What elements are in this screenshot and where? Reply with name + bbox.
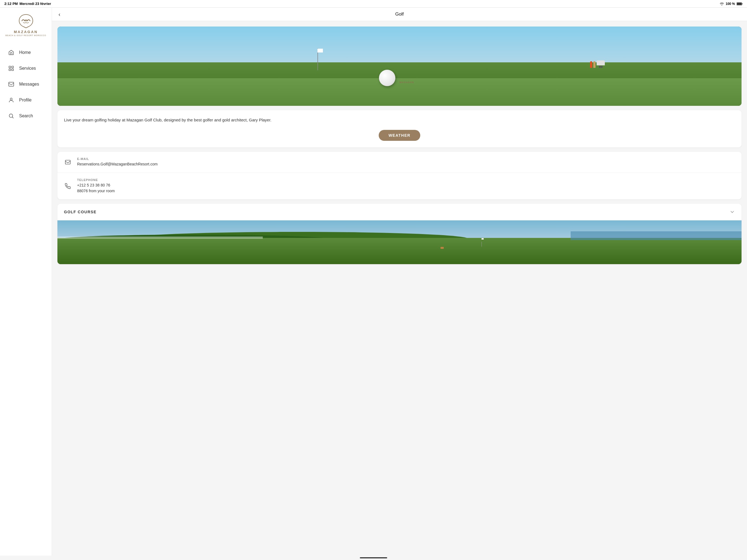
- services-label: Services: [19, 66, 36, 71]
- sidebar-item-home[interactable]: Home: [0, 45, 52, 60]
- svg-rect-1: [737, 3, 742, 5]
- status-time: 2:12 PM: [4, 2, 18, 6]
- svg-rect-2: [9, 66, 11, 68]
- search-icon: [8, 113, 14, 119]
- ball-logo: MAZAGAN: [400, 81, 414, 84]
- contact-card: E-MAIL Reservations.Golf@MazaganBeachRes…: [57, 152, 742, 199]
- sidebar-nav: Home Services: [0, 45, 52, 124]
- svg-rect-4: [9, 69, 11, 71]
- page-title: Golf: [395, 11, 404, 17]
- svg-point-7: [10, 98, 12, 100]
- course-flag: [482, 238, 484, 239]
- wheel-right: [601, 66, 602, 68]
- ocean-strip: [571, 231, 742, 240]
- golf-course-section: GOLF COURSE: [57, 204, 742, 264]
- battery-icon: [737, 2, 743, 5]
- messages-icon: [8, 81, 14, 87]
- logo-name: MAZAGAN: [14, 30, 38, 34]
- email-info: E-MAIL Reservations.Golf@MazaganBeachRes…: [77, 157, 157, 167]
- phone-icon: [64, 182, 72, 190]
- golf-course-header[interactable]: GOLF COURSE: [57, 204, 742, 221]
- content-area: MAZAGAN: [52, 21, 747, 270]
- person1: [590, 61, 592, 68]
- wifi-icon: [720, 2, 724, 5]
- email-value: Reservations.Golf@MazaganBeachResort.com: [77, 161, 157, 167]
- weather-button[interactable]: WEATHER: [379, 130, 420, 141]
- battery-label: 100 %: [726, 2, 735, 6]
- flag: [317, 49, 323, 52]
- weather-btn-container: WEATHER: [64, 130, 735, 141]
- app-container: MAZAGAN BEACH & GOLF RESORT MOROCCO Home: [0, 8, 747, 556]
- sidebar: MAZAGAN BEACH & GOLF RESORT MOROCCO Home: [0, 8, 52, 556]
- course-cart: [440, 247, 444, 249]
- services-icon: [8, 65, 14, 71]
- messages-label: Messages: [19, 82, 39, 87]
- status-date: Mercredi 23 février: [19, 2, 51, 6]
- telephone-value2: 88076 from your room: [77, 188, 115, 194]
- mazagan-logo: [18, 13, 34, 28]
- svg-rect-5: [12, 69, 14, 71]
- svg-rect-6: [9, 82, 14, 86]
- profile-icon: [8, 97, 14, 103]
- home-indicator-bar: [0, 556, 747, 560]
- golf-cart-group: [590, 60, 605, 68]
- person2: [593, 61, 595, 68]
- golf-ball: [379, 70, 395, 86]
- course-landscape: [57, 221, 742, 264]
- course-grass: [57, 238, 742, 264]
- telephone-value1: +212 5 23 38 80 76: [77, 182, 115, 188]
- sidebar-item-messages[interactable]: Messages: [0, 76, 52, 92]
- logo-container: MAZAGAN BEACH & GOLF RESORT MOROCCO: [0, 13, 52, 36]
- back-button[interactable]: ‹: [57, 10, 61, 19]
- golf-course-chevron: [729, 209, 735, 215]
- wheel-left: [599, 66, 601, 68]
- course-flag-pole: [482, 242, 482, 247]
- sidebar-item-services[interactable]: Services: [0, 60, 52, 76]
- home-indicator: [360, 557, 387, 558]
- home-label: Home: [19, 50, 31, 55]
- sidebar-item-search[interactable]: Search: [0, 108, 52, 124]
- svg-rect-3: [12, 66, 14, 68]
- telephone-row: TELEPHONE +212 5 23 38 80 76 88076 from …: [57, 173, 742, 199]
- status-bar: 2:12 PM Mercredi 23 février 100 %: [0, 0, 747, 8]
- logo-subtext: BEACH & GOLF RESORT MOROCCO: [5, 34, 46, 36]
- description-text: Live your dream golfing holiday at Mazag…: [64, 117, 735, 123]
- email-row: E-MAIL Reservations.Golf@MazaganBeachRes…: [57, 152, 742, 173]
- svg-rect-9: [66, 160, 70, 164]
- email-icon: [64, 158, 72, 166]
- telephone-label: TELEPHONE: [77, 178, 115, 182]
- email-label: E-MAIL: [77, 157, 157, 160]
- golf-scene: MAZAGAN: [57, 27, 742, 106]
- golf-course-title: GOLF COURSE: [64, 210, 97, 214]
- golf-cart: [597, 60, 605, 65]
- sidebar-item-profile[interactable]: Profile: [0, 92, 52, 108]
- top-bar: ‹ Golf: [52, 8, 747, 21]
- main-content: ‹ Golf MAZAGAN: [52, 8, 747, 556]
- profile-label: Profile: [19, 98, 31, 103]
- search-label: Search: [19, 113, 33, 119]
- description-card: Live your dream golfing holiday at Mazag…: [57, 110, 742, 147]
- buildings-strip: [57, 236, 263, 239]
- home-icon: [8, 50, 14, 55]
- golf-course-image: [57, 221, 742, 264]
- hero-image: MAZAGAN: [57, 27, 742, 106]
- telephone-info: TELEPHONE +212 5 23 38 80 76 88076 from …: [77, 178, 115, 194]
